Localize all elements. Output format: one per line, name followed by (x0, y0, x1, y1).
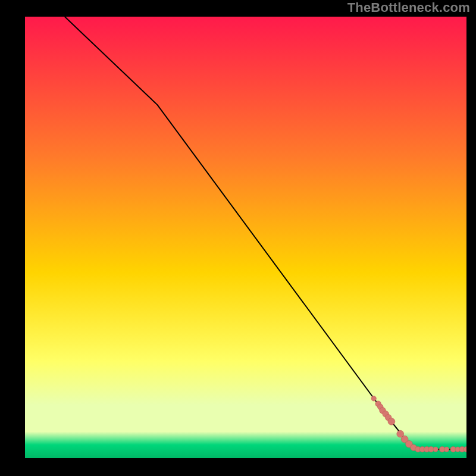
plot-svg (25, 17, 466, 458)
data-point (371, 396, 376, 401)
watermark-text: TheBottleneck.com (347, 0, 470, 15)
chart-frame: TheBottleneck.com (0, 0, 476, 476)
plot-area (25, 17, 466, 458)
gradient-background (25, 17, 466, 458)
data-point (444, 447, 449, 452)
data-point (388, 418, 395, 425)
data-point (433, 447, 438, 452)
